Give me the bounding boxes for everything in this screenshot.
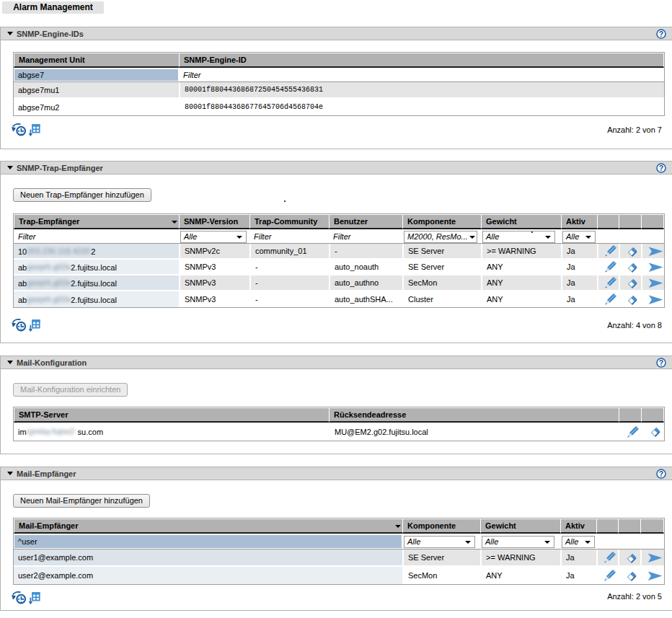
svg-text:?: ? bbox=[659, 469, 663, 478]
svg-text:?: ? bbox=[659, 30, 663, 38]
svg-text:?: ? bbox=[659, 358, 663, 367]
svg-text:?: ? bbox=[659, 164, 663, 172]
